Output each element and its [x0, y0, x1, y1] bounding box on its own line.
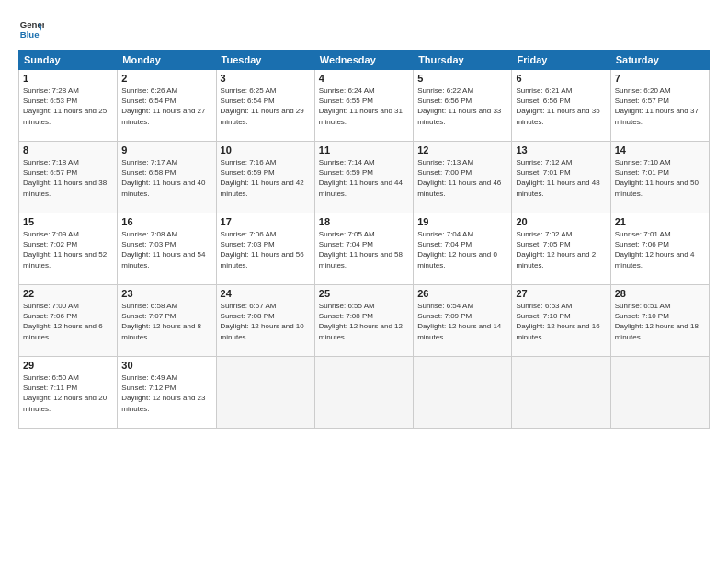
day-number: 21 — [615, 216, 705, 227]
weekday-header-row: Sunday Monday Tuesday Wednesday Thursday… — [19, 51, 710, 70]
table-row: 25 Sunrise: 6:55 AMSunset: 7:08 PMDaylig… — [314, 285, 413, 357]
day-number: 13 — [516, 144, 606, 155]
table-row: 5 Sunrise: 6:22 AMSunset: 6:56 PMDayligh… — [414, 70, 512, 142]
table-row — [414, 357, 512, 429]
day-info: Sunrise: 6:26 AMSunset: 6:54 PMDaylight:… — [121, 86, 211, 127]
day-number: 28 — [615, 288, 705, 299]
day-info: Sunrise: 6:51 AMSunset: 7:10 PMDaylight:… — [615, 301, 705, 342]
day-info: Sunrise: 6:50 AMSunset: 7:11 PMDaylight:… — [23, 373, 113, 414]
day-number: 25 — [319, 288, 409, 299]
day-number: 16 — [121, 216, 211, 227]
day-number: 30 — [121, 360, 211, 371]
table-row — [216, 357, 314, 429]
day-info: Sunrise: 7:16 AMSunset: 6:59 PMDaylight:… — [221, 157, 311, 199]
day-info: Sunrise: 7:00 AMSunset: 7:06 PMDaylight:… — [23, 301, 113, 342]
day-info: Sunrise: 7:28 AMSunset: 6:53 PMDaylight:… — [23, 86, 113, 127]
day-number: 14 — [615, 144, 705, 155]
header-sunday: Sunday — [19, 51, 118, 70]
day-info: Sunrise: 6:24 AMSunset: 6:55 PMDaylight:… — [319, 86, 409, 127]
table-row: 20 Sunrise: 7:02 AMSunset: 7:05 PMDaylig… — [512, 213, 610, 285]
day-info: Sunrise: 7:08 AMSunset: 7:03 PMDaylight:… — [121, 229, 211, 270]
day-number: 17 — [221, 216, 311, 227]
day-info: Sunrise: 6:21 AMSunset: 6:56 PMDaylight:… — [516, 86, 606, 127]
day-info: Sunrise: 6:25 AMSunset: 6:54 PMDaylight:… — [221, 86, 311, 127]
table-row — [314, 357, 413, 429]
table-row: 9 Sunrise: 7:17 AMSunset: 6:58 PMDayligh… — [118, 142, 216, 213]
day-info: Sunrise: 7:14 AMSunset: 6:59 PMDaylight:… — [319, 157, 409, 199]
day-info: Sunrise: 7:02 AMSunset: 7:05 PMDaylight:… — [516, 229, 606, 270]
day-number: 3 — [221, 73, 311, 84]
page: General Blue Sunday Monday Tuesday Wedne… — [0, 0, 728, 563]
table-row: 8 Sunrise: 7:18 AMSunset: 6:57 PMDayligh… — [19, 142, 118, 213]
day-number: 24 — [221, 288, 311, 299]
table-row: 14 Sunrise: 7:10 AMSunset: 7:01 PMDaylig… — [610, 142, 709, 213]
table-row: 28 Sunrise: 6:51 AMSunset: 7:10 PMDaylig… — [610, 285, 709, 357]
day-info: Sunrise: 7:06 AMSunset: 7:03 PMDaylight:… — [221, 229, 311, 270]
day-number: 22 — [23, 288, 113, 299]
header-friday: Friday — [512, 51, 610, 70]
day-info: Sunrise: 7:10 AMSunset: 7:01 PMDaylight:… — [615, 157, 705, 199]
day-info: Sunrise: 6:20 AMSunset: 6:57 PMDaylight:… — [615, 86, 705, 127]
day-info: Sunrise: 7:13 AMSunset: 7:00 PMDaylight:… — [417, 157, 507, 199]
logo-icon: General Blue — [18, 17, 44, 42]
day-info: Sunrise: 6:49 AMSunset: 7:12 PMDaylight:… — [121, 373, 211, 414]
day-info: Sunrise: 7:17 AMSunset: 6:58 PMDaylight:… — [121, 157, 211, 199]
day-info: Sunrise: 6:57 AMSunset: 7:08 PMDaylight:… — [221, 301, 311, 342]
header: General Blue — [18, 17, 710, 42]
header-wednesday: Wednesday — [314, 51, 413, 70]
day-number: 29 — [23, 360, 113, 371]
day-number: 6 — [516, 73, 606, 84]
header-thursday: Thursday — [414, 51, 512, 70]
day-number: 7 — [615, 73, 705, 84]
day-number: 10 — [221, 144, 311, 155]
day-number: 8 — [23, 144, 113, 155]
day-number: 19 — [417, 216, 507, 227]
day-number: 5 — [417, 73, 507, 84]
table-row: 4 Sunrise: 6:24 AMSunset: 6:55 PMDayligh… — [314, 70, 413, 142]
day-number: 12 — [417, 144, 507, 155]
table-row: 29 Sunrise: 6:50 AMSunset: 7:11 PMDaylig… — [19, 357, 118, 429]
table-row: 10 Sunrise: 7:16 AMSunset: 6:59 PMDaylig… — [216, 142, 314, 213]
table-row: 7 Sunrise: 6:20 AMSunset: 6:57 PMDayligh… — [610, 70, 709, 142]
day-info: Sunrise: 6:55 AMSunset: 7:08 PMDaylight:… — [319, 301, 409, 342]
day-number: 23 — [121, 288, 211, 299]
table-row: 19 Sunrise: 7:04 AMSunset: 7:04 PMDaylig… — [414, 213, 512, 285]
table-row: 17 Sunrise: 7:06 AMSunset: 7:03 PMDaylig… — [216, 213, 314, 285]
table-row — [610, 357, 709, 429]
header-monday: Monday — [118, 51, 216, 70]
table-row: 1 Sunrise: 7:28 AMSunset: 6:53 PMDayligh… — [19, 70, 118, 142]
table-row: 11 Sunrise: 7:14 AMSunset: 6:59 PMDaylig… — [314, 142, 413, 213]
table-row: 6 Sunrise: 6:21 AMSunset: 6:56 PMDayligh… — [512, 70, 610, 142]
header-tuesday: Tuesday — [216, 51, 314, 70]
day-info: Sunrise: 6:54 AMSunset: 7:09 PMDaylight:… — [417, 301, 507, 342]
calendar-table: Sunday Monday Tuesday Wednesday Thursday… — [18, 50, 710, 429]
table-row: 18 Sunrise: 7:05 AMSunset: 7:04 PMDaylig… — [314, 213, 413, 285]
table-row: 2 Sunrise: 6:26 AMSunset: 6:54 PMDayligh… — [118, 70, 216, 142]
day-info: Sunrise: 7:05 AMSunset: 7:04 PMDaylight:… — [319, 229, 409, 270]
day-number: 18 — [319, 216, 409, 227]
calendar-week-3: 15 Sunrise: 7:09 AMSunset: 7:02 PMDaylig… — [19, 213, 710, 285]
table-row: 22 Sunrise: 7:00 AMSunset: 7:06 PMDaylig… — [19, 285, 118, 357]
day-info: Sunrise: 7:18 AMSunset: 6:57 PMDaylight:… — [23, 157, 113, 199]
table-row: 23 Sunrise: 6:58 AMSunset: 7:07 PMDaylig… — [118, 285, 216, 357]
table-row: 13 Sunrise: 7:12 AMSunset: 7:01 PMDaylig… — [512, 142, 610, 213]
day-info: Sunrise: 7:09 AMSunset: 7:02 PMDaylight:… — [23, 229, 113, 270]
calendar-week-2: 8 Sunrise: 7:18 AMSunset: 6:57 PMDayligh… — [19, 142, 710, 213]
table-row: 15 Sunrise: 7:09 AMSunset: 7:02 PMDaylig… — [19, 213, 118, 285]
day-number: 2 — [121, 73, 211, 84]
calendar-week-1: 1 Sunrise: 7:28 AMSunset: 6:53 PMDayligh… — [19, 70, 710, 142]
day-info: Sunrise: 7:12 AMSunset: 7:01 PMDaylight:… — [516, 157, 606, 199]
day-number: 1 — [23, 73, 113, 84]
day-number: 15 — [23, 216, 113, 227]
table-row — [512, 357, 610, 429]
table-row: 16 Sunrise: 7:08 AMSunset: 7:03 PMDaylig… — [118, 213, 216, 285]
logo: General Blue — [18, 17, 48, 42]
table-row: 3 Sunrise: 6:25 AMSunset: 6:54 PMDayligh… — [216, 70, 314, 142]
table-row: 27 Sunrise: 6:53 AMSunset: 7:10 PMDaylig… — [512, 285, 610, 357]
day-number: 4 — [319, 73, 409, 84]
calendar-week-5: 29 Sunrise: 6:50 AMSunset: 7:11 PMDaylig… — [19, 357, 710, 429]
day-info: Sunrise: 6:53 AMSunset: 7:10 PMDaylight:… — [516, 301, 606, 342]
day-number: 11 — [319, 144, 409, 155]
calendar-week-4: 22 Sunrise: 7:00 AMSunset: 7:06 PMDaylig… — [19, 285, 710, 357]
day-number: 9 — [121, 144, 211, 155]
